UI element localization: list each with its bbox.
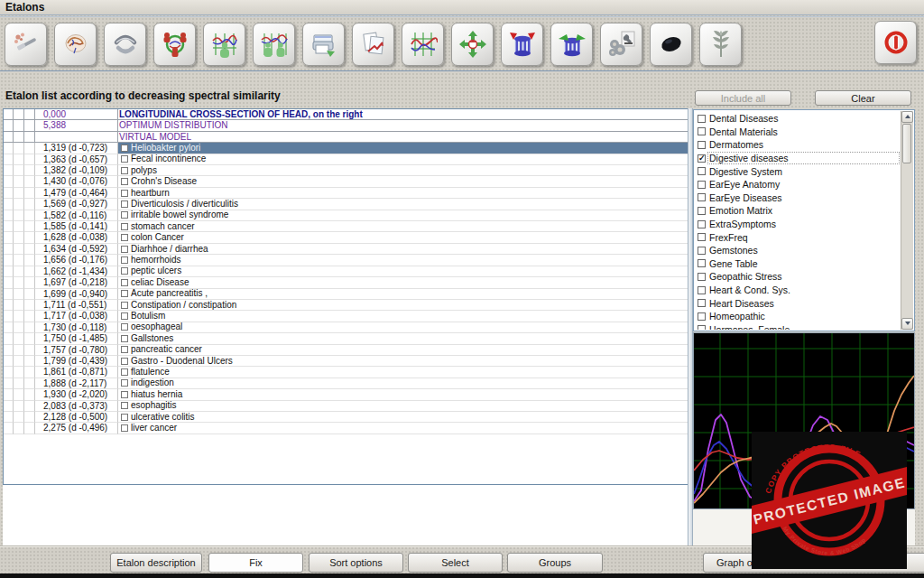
- etalon-export-button[interactable]: [550, 23, 593, 66]
- group-checkbox[interactable]: [698, 220, 706, 228]
- etalon-checkbox[interactable]: [121, 279, 128, 286]
- etalon-checkbox[interactable]: [121, 323, 128, 331]
- group-scrollbar[interactable]: [901, 111, 913, 330]
- group-item[interactable]: Dermatomes: [695, 138, 901, 152]
- phyto-therapy-button[interactable]: [699, 23, 742, 66]
- etalon-row[interactable]: 1,585 (d -0,141)stomach cancer: [4, 221, 688, 232]
- clear-button[interactable]: Clear: [815, 90, 911, 106]
- etalon-checkbox[interactable]: [121, 178, 128, 185]
- group-checkbox[interactable]: [698, 141, 706, 149]
- etalon-row[interactable]: 1,750 (d -1,485)Gallstones: [4, 333, 688, 344]
- group-checkbox[interactable]: [698, 181, 706, 189]
- etalon-row[interactable]: 1,479 (d -0,464)heartburn: [4, 188, 688, 199]
- group-item[interactable]: FrexFreq: [695, 230, 901, 244]
- group-checkbox[interactable]: [698, 193, 706, 201]
- etalon-checkbox[interactable]: [121, 402, 128, 409]
- micro-analysis-button[interactable]: [600, 23, 642, 66]
- group-item[interactable]: Heart & Cond. Sys.: [695, 284, 901, 297]
- group-item[interactable]: Heart Diseases: [695, 296, 901, 310]
- dental-jaw-button[interactable]: [104, 23, 146, 66]
- etalon-row[interactable]: 2,128 (d -0,500)ulcerative colitis: [4, 412, 688, 423]
- etalon-row[interactable]: 1,888 (d -2,117)indigestion: [4, 378, 688, 389]
- compare-etalons-button[interactable]: [253, 23, 295, 66]
- group-checkbox[interactable]: [698, 127, 706, 135]
- stone-button[interactable]: [650, 23, 692, 66]
- etalon-row[interactable]: 1,799 (d -0,439)Gastro - Duodenal Ulcers: [4, 356, 688, 367]
- group-item[interactable]: ExtraSymptoms: [695, 218, 901, 231]
- group-item[interactable]: Digestive diseases: [695, 152, 901, 165]
- group-item[interactable]: Gemstones: [695, 244, 901, 257]
- brain-diagnostics-button[interactable]: [54, 23, 97, 66]
- etalon-row[interactable]: 1,861 (d -0,871)flatulence: [4, 367, 688, 378]
- etalon-checkbox[interactable]: [121, 190, 128, 197]
- etalon-checkbox[interactable]: [121, 312, 128, 320]
- etalon-checkbox[interactable]: [121, 167, 128, 174]
- group-checkbox[interactable]: [698, 325, 706, 330]
- sort-options-button[interactable]: Sort options: [309, 553, 403, 573]
- group-checkbox[interactable]: [698, 312, 706, 321]
- group-checkbox[interactable]: [698, 259, 706, 267]
- etalon-checkbox[interactable]: [121, 267, 128, 275]
- group-item[interactable]: Gene Table: [695, 257, 901, 271]
- etalon-row[interactable]: 1,382 (d -0,109)polyps: [4, 165, 688, 176]
- etalon-checkbox[interactable]: [121, 358, 128, 365]
- print-button[interactable]: [302, 23, 345, 66]
- etalon-row[interactable]: 1,662 (d -1,434)peptic ulcers: [4, 266, 688, 277]
- etalon-checkbox[interactable]: [121, 424, 128, 432]
- group-item[interactable]: Homeopathic: [695, 310, 901, 323]
- etalon-checkbox[interactable]: [121, 290, 128, 297]
- etalon-checkbox[interactable]: [121, 391, 128, 398]
- scroll-up-arrow[interactable]: [901, 111, 913, 123]
- etalon-row[interactable]: 0,000LONGITUDINAL CROSS-SECTION OF HEAD,…: [4, 109, 688, 120]
- spectrum-graph-button[interactable]: [402, 23, 444, 66]
- etalon-checkbox[interactable]: [121, 223, 128, 230]
- group-item[interactable]: EarEye Anatomy: [695, 178, 901, 191]
- group-item[interactable]: EarEye Diseases: [695, 191, 901, 205]
- group-item[interactable]: Dental Diseases: [695, 112, 901, 126]
- etalon-row[interactable]: 1,730 (d -0,118)oesophageal: [4, 322, 688, 333]
- etalon-row[interactable]: 1,569 (d -0,927)Diverticulosis / diverti…: [4, 199, 688, 210]
- etalon-row[interactable]: 1,363 (d -0,657)Fecal incontinence: [4, 154, 688, 165]
- group-checkbox[interactable]: [698, 247, 706, 255]
- etalon-row[interactable]: 1,430 (d -0,076)Crohn's Disease: [4, 176, 688, 187]
- include-all-button[interactable]: Include all: [695, 90, 791, 106]
- etalon-import-button[interactable]: [501, 23, 543, 66]
- etalon-checkbox[interactable]: [121, 246, 128, 253]
- scroll-thumb[interactable]: [902, 124, 911, 163]
- etalon-row[interactable]: 1,634 (d -0,592)Diarhhoe / diarrhea: [4, 244, 688, 255]
- body-scan-button[interactable]: [153, 23, 196, 66]
- etalon-checkbox[interactable]: [121, 155, 128, 163]
- group-checkbox[interactable]: [698, 207, 706, 215]
- group-checkbox[interactable]: [698, 154, 706, 163]
- group-checkbox[interactable]: [698, 233, 706, 241]
- etalon-checkbox[interactable]: [121, 256, 128, 264]
- etalon-row[interactable]: 1,699 (d -0,940)Acute pancreatitis ,: [4, 289, 688, 300]
- etalon-row[interactable]: 5,388OPTIMUM DISTRIBUTION: [4, 120, 688, 131]
- etalon-row[interactable]: 1,582 (d -0,116)irritable bowel syndrome: [4, 210, 688, 221]
- scroll-down-arrow[interactable]: [901, 318, 913, 330]
- report-notes-button[interactable]: [352, 23, 394, 66]
- etalon-checkbox[interactable]: [121, 346, 128, 353]
- etalon-row[interactable]: 2,275 (d -0,496)liver cancer: [4, 423, 688, 434]
- etalon-checkbox[interactable]: [121, 368, 128, 376]
- group-item[interactable]: Digestive System: [695, 164, 901, 178]
- group-item[interactable]: Geopathic Stress: [695, 270, 901, 284]
- groups-button[interactable]: Groups: [507, 553, 603, 573]
- etalon-row[interactable]: 1,697 (d -0,218)celiac Disease: [4, 277, 688, 288]
- etalon-checkbox[interactable]: [121, 234, 128, 241]
- etalon-row[interactable]: 1,319 (d -0,723)Heliobakter pylori: [4, 143, 688, 154]
- group-item[interactable]: Hormones, Female: [695, 323, 901, 331]
- etalon-row[interactable]: 1,711 (d -0,551)Constipation / constipat…: [4, 300, 688, 311]
- etalon-body-graph-button[interactable]: [203, 23, 245, 66]
- etalon-checkbox[interactable]: [121, 211, 128, 219]
- etalon-row[interactable]: VIRTUAL MODEL: [4, 132, 688, 143]
- etalon-description-button[interactable]: Etalon description: [110, 553, 202, 573]
- select-button[interactable]: Select: [408, 553, 503, 573]
- etalon-checkbox[interactable]: [121, 302, 128, 309]
- etalon-row[interactable]: 1,757 (d -0,780)pancreatic cancer: [4, 345, 688, 356]
- group-checkbox[interactable]: [698, 115, 706, 123]
- group-checkbox[interactable]: [698, 167, 706, 175]
- etalon-checkbox[interactable]: [121, 335, 128, 342]
- magic-wand-button[interactable]: [5, 23, 47, 66]
- etalon-row[interactable]: 1,656 (d -0,176)hemorrhoids: [4, 255, 688, 266]
